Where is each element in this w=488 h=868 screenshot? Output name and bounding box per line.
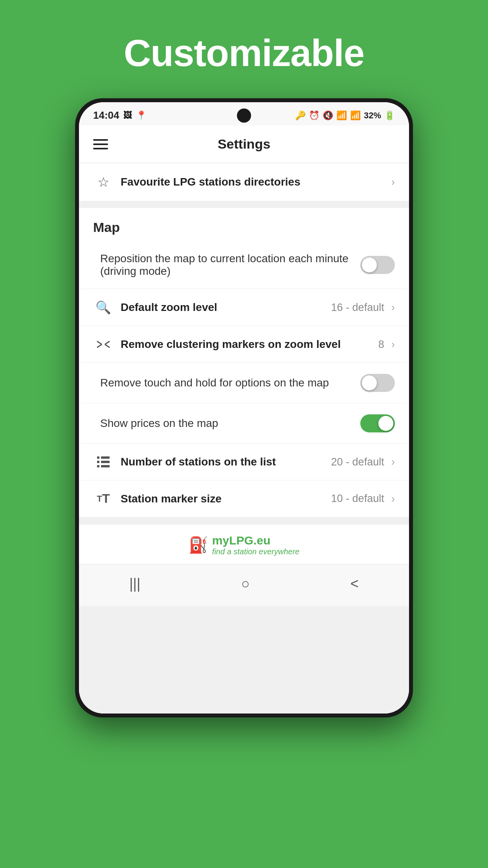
svg-rect-6: [97, 461, 99, 463]
svg-rect-4: [97, 456, 99, 459]
num-stations-label: Number of stations on the list: [121, 456, 276, 468]
status-signal-icon: 📶: [350, 110, 361, 121]
nav-recents-button[interactable]: |||: [129, 576, 140, 592]
nav-back-button[interactable]: <: [350, 576, 359, 592]
clustering-label: Remove clustering markers on zoom level: [121, 338, 341, 350]
map-section-header: Map: [79, 208, 409, 241]
hamburger-menu-button[interactable]: [93, 139, 108, 149]
camera-dot: [237, 108, 251, 123]
zoom-label: Default zoom level: [121, 301, 217, 313]
show-prices-label: Show prices on the map: [100, 417, 218, 429]
svg-line-3: [105, 344, 110, 348]
status-time: 14:04: [93, 109, 119, 121]
status-key-icon: 🔑: [295, 110, 306, 121]
marker-size-chevron-icon: ›: [391, 493, 395, 505]
clustering-row[interactable]: Remove clustering markers on zoom level …: [79, 326, 409, 363]
num-stations-chevron-icon: ›: [391, 456, 395, 468]
text-size-icon: TT: [93, 491, 114, 506]
logo-main-text: myLPG.eu: [212, 534, 299, 547]
show-prices-row[interactable]: Show prices on the map: [79, 403, 409, 444]
svg-rect-8: [97, 465, 99, 467]
status-bar: 14:04 🖼 📍 🔑 ⏰ 🔇 📶 📶 32% 🔋: [79, 102, 409, 125]
favourite-card: ☆ Favourite LPG stations directories ›: [79, 163, 409, 201]
zoom-chevron-icon: ›: [391, 301, 395, 314]
favourite-label: Favourite LPG stations directories: [121, 176, 300, 188]
touch-hold-row[interactable]: Remove touch and hold for options on the…: [79, 363, 409, 403]
status-wifi-icon: 📶: [336, 110, 347, 121]
logo-sub-text: find a station everywhere: [212, 547, 299, 556]
list-icon: [93, 455, 114, 469]
touch-hold-label: Remove touch and hold for options on the…: [100, 377, 329, 389]
num-stations-value: 20 - default: [331, 456, 384, 468]
status-alarm-icon: ⏰: [309, 110, 319, 121]
svg-line-1: [105, 341, 110, 344]
svg-line-0: [97, 341, 102, 344]
status-sound-icon: 🔇: [323, 110, 333, 121]
clustering-value: 8: [378, 338, 384, 351]
touch-hold-toggle[interactable]: [360, 374, 395, 392]
svg-rect-7: [101, 461, 110, 463]
marker-size-value: 10 - default: [331, 493, 384, 505]
zoom-icon: 🔍: [93, 300, 114, 315]
reposition-toggle[interactable]: [360, 256, 395, 274]
page-headline: Customizable: [124, 31, 364, 75]
marker-size-label: Station marker size: [121, 493, 222, 505]
favourite-chevron-icon: ›: [391, 176, 395, 188]
marker-size-row[interactable]: TT Station marker size 10 - default ›: [79, 480, 409, 517]
status-battery-icon: 🔋: [384, 110, 395, 121]
num-stations-row[interactable]: Number of stations on the list 20 - defa…: [79, 444, 409, 480]
favourite-icon: ☆: [93, 174, 114, 190]
nav-bar: ||| ○ <: [79, 564, 409, 606]
cluster-icon: [93, 337, 114, 351]
reposition-row[interactable]: Reposition the map to current location e…: [79, 241, 409, 289]
status-photo-icon: 🖼: [123, 110, 132, 121]
zoom-value: 16 - default: [331, 302, 384, 314]
phone-shell: 14:04 🖼 📍 🔑 ⏰ 🔇 📶 📶 32% 🔋 Settin: [75, 98, 413, 717]
app-bar: Settings: [79, 125, 409, 163]
app-bar-title: Settings: [108, 136, 380, 152]
status-location-icon: 📍: [136, 110, 147, 121]
status-battery: 32%: [364, 110, 381, 121]
zoom-level-row[interactable]: 🔍 Default zoom level 16 - default ›: [79, 289, 409, 326]
svg-rect-9: [101, 465, 110, 467]
logo-bar: ⛽ myLPG.eu find a station everywhere: [79, 524, 409, 564]
favourite-row[interactable]: ☆ Favourite LPG stations directories ›: [79, 163, 409, 201]
show-prices-toggle[interactable]: [360, 414, 395, 432]
reposition-label: Reposition the map to current location e…: [100, 252, 349, 277]
screen-content: ☆ Favourite LPG stations directories › M…: [79, 163, 409, 714]
clustering-chevron-icon: ›: [391, 338, 395, 351]
nav-home-button[interactable]: ○: [241, 576, 250, 592]
svg-rect-5: [101, 456, 110, 459]
svg-line-2: [97, 344, 102, 348]
map-card: Map Reposition the map to current locati…: [79, 208, 409, 517]
